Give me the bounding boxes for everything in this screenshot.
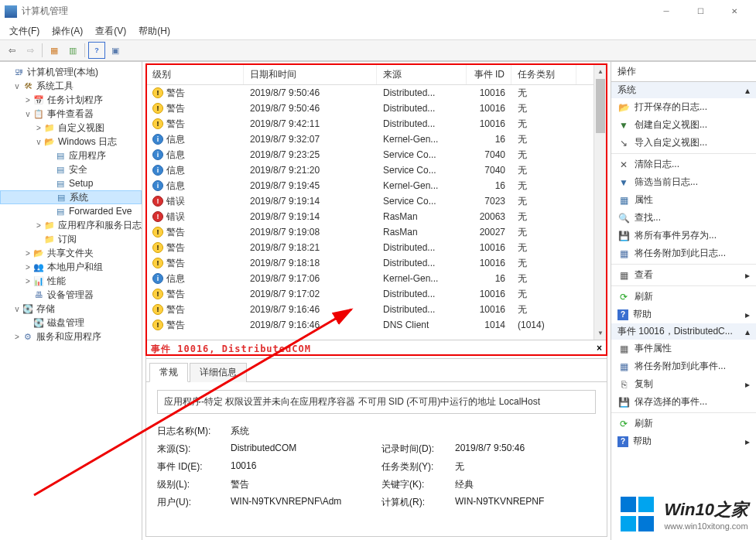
tree-item[interactable]: 🖶设备管理器 — [0, 288, 142, 302]
table-row[interactable]: 信息2019/8/7 9:32:07Kernel-Gen...16无 — [146, 132, 607, 147]
action-item[interactable]: 📂打开保存的日志... — [611, 98, 756, 116]
event-grid[interactable]: 级别 日期和时间 来源 事件 ID 任务类别 警告2019/8/7 9:50:4… — [145, 64, 607, 340]
table-row[interactable]: 信息2019/8/7 9:21:20Service Co...7040无 — [146, 162, 607, 178]
tree-item[interactable]: v💽存储 — [0, 302, 142, 316]
folder-icon: 📁 — [43, 233, 56, 245]
tree-item[interactable]: ▤应用程序 — [0, 149, 142, 162]
tree-item[interactable]: v📂Windows 日志 — [0, 135, 142, 149]
table-row[interactable]: 警告2019/8/7 9:17:02Distributed...10016无 — [146, 286, 607, 302]
action-item[interactable]: ▦属性 — [611, 191, 756, 209]
expand-icon[interactable]: > — [34, 221, 43, 230]
minimize-button[interactable]: ─ — [649, 0, 683, 23]
back-button[interactable]: ⇦ — [3, 42, 20, 59]
expand-icon[interactable]: > — [23, 277, 32, 285]
tree-item[interactable]: 🖳计算机管理(本地) — [0, 65, 142, 79]
tab-general[interactable]: 常规 — [149, 363, 188, 382]
tree-pane[interactable]: 🖳计算机管理(本地)v🛠系统工具>📅任务计划程序v📋事件查看器>📁自定义视图v📂… — [0, 62, 142, 540]
section-collapse-icon[interactable]: ▴ — [745, 326, 750, 337]
table-row[interactable]: 警告2019/8/7 9:19:08RasMan20027无 — [146, 224, 607, 240]
col-date[interactable]: 日期和时间 — [244, 65, 377, 84]
tab-detail[interactable]: 详细信息 — [190, 363, 247, 382]
tool-btn-3[interactable]: ? — [88, 42, 105, 59]
action-item[interactable]: ▦将任务附加到此日志... — [611, 244, 756, 262]
tree-item[interactable]: >⚙服务和应用程序 — [0, 330, 142, 343]
table-row[interactable]: 警告2019/8/7 9:18:21Distributed...10016无 — [146, 240, 607, 255]
table-row[interactable]: 警告2019/8/7 9:18:18Distributed...10016无 — [146, 255, 607, 271]
scroll-thumb[interactable] — [596, 79, 605, 133]
col-event-id[interactable]: 事件 ID — [467, 65, 511, 84]
expand-icon[interactable]: v — [34, 138, 43, 146]
tree-item[interactable]: 💽磁盘管理 — [0, 316, 142, 330]
tree-item[interactable]: v🛠系统工具 — [0, 79, 142, 93]
table-row[interactable]: 警告2019/8/7 9:16:46DNS Client1014(1014) — [146, 317, 607, 333]
action-item[interactable]: ▦事件属性 — [611, 340, 756, 357]
expand-icon[interactable]: v — [12, 305, 22, 313]
action-item[interactable]: ⎘复制▸ — [611, 375, 756, 393]
action-item[interactable]: 💾将所有事件另存为... — [611, 227, 756, 244]
table-row[interactable]: 信息2019/8/7 9:23:25Service Co...7040无 — [146, 147, 607, 162]
detail-close-button[interactable]: × — [597, 343, 602, 356]
col-category[interactable]: 任务类别 — [511, 65, 576, 84]
action-item[interactable]: ?帮助▸ — [611, 306, 756, 323]
tree-item[interactable]: >📁自定义视图 — [0, 121, 142, 135]
tool-btn-2[interactable]: ▥ — [64, 42, 81, 59]
menu-action[interactable]: 操作(A) — [47, 23, 87, 39]
action-item[interactable]: ▼创建自定义视图... — [611, 116, 756, 134]
col-source[interactable]: 来源 — [377, 65, 467, 84]
tree-item[interactable]: >📊性能 — [0, 274, 142, 288]
table-row[interactable]: 信息2019/8/7 9:19:45Kernel-Gen...16无 — [146, 178, 607, 193]
table-row[interactable]: 信息2019/8/7 9:17:06Kernel-Gen...16无 — [146, 271, 607, 286]
action-item[interactable]: ⟳刷新 — [611, 415, 756, 432]
col-level[interactable]: 级别 — [146, 65, 244, 84]
table-row[interactable]: 错误2019/8/7 9:19:14Service Co...7023无 — [146, 193, 607, 209]
tree-item[interactable]: 📁订阅 — [0, 232, 142, 246]
tool-btn-1[interactable]: ▦ — [46, 42, 63, 59]
tool-btn-4[interactable]: ▣ — [107, 42, 124, 59]
grid-header[interactable]: 级别 日期和时间 来源 事件 ID 任务类别 — [146, 65, 607, 85]
section-collapse-icon[interactable]: ▴ — [745, 85, 750, 96]
forward-button[interactable]: ⇨ — [22, 42, 39, 59]
tree-label: 性能 — [47, 275, 66, 288]
tree-item[interactable]: >📂共享文件夹 — [0, 246, 142, 260]
scrollbar[interactable]: ▲ ▼ — [594, 65, 607, 340]
expand-icon[interactable]: > — [12, 333, 22, 341]
expand-icon[interactable]: > — [23, 263, 32, 272]
menu-help[interactable]: 帮助(H) — [134, 23, 175, 39]
table-row[interactable]: 警告2019/8/7 9:50:46Distributed...10016无 — [146, 85, 607, 101]
tree-item[interactable]: >📁应用程序和服务日志 — [0, 218, 142, 232]
tree-item[interactable]: ▤安全 — [0, 162, 142, 176]
menu-view[interactable]: 查看(V) — [91, 23, 131, 39]
table-row[interactable]: 警告2019/8/7 9:42:11Distributed...10016无 — [146, 116, 607, 132]
tree-item[interactable]: ▤系统 — [0, 190, 142, 204]
maximize-button[interactable]: ☐ — [683, 0, 717, 23]
table-row[interactable]: 错误2019/8/7 9:19:14RasMan20063无 — [146, 209, 607, 224]
tree-item[interactable]: >👥本地用户和组 — [0, 260, 142, 274]
action-item[interactable]: 🔍查找... — [611, 209, 756, 227]
action-item[interactable]: ⟳刷新 — [611, 288, 756, 306]
tree-label: 自定义视图 — [58, 121, 104, 135]
action-item[interactable]: ▼筛选当前日志... — [611, 173, 756, 191]
action-item[interactable]: ↘导入自定义视图... — [611, 134, 756, 152]
expand-icon[interactable]: > — [23, 249, 32, 258]
tree-item[interactable]: v📋事件查看器 — [0, 107, 142, 121]
expand-icon[interactable]: > — [34, 124, 43, 132]
tree-item[interactable]: ▤Setup — [0, 176, 142, 190]
expand-icon[interactable]: v — [23, 110, 32, 118]
close-button[interactable]: ✕ — [717, 0, 751, 23]
action-item[interactable]: ▦将任务附加到此事件... — [611, 357, 756, 375]
action-item[interactable]: ✕清除日志... — [611, 156, 756, 173]
tree-item[interactable]: ▤Forwarded Eve — [0, 204, 142, 218]
tree-item[interactable]: >📅任务计划程序 — [0, 93, 142, 107]
table-row[interactable]: 警告2019/8/7 9:16:46Distributed...10016无 — [146, 302, 607, 317]
scroll-up-button[interactable]: ▲ — [594, 65, 607, 78]
scroll-down-button[interactable]: ▼ — [594, 326, 607, 340]
expand-icon[interactable]: > — [23, 96, 32, 104]
menu-file[interactable]: 文件(F) — [5, 23, 44, 39]
action-item[interactable]: ▦查看▸ — [611, 266, 756, 284]
expand-icon[interactable]: v — [12, 82, 22, 91]
folder-icon: 📁 — [43, 219, 56, 231]
action-item[interactable]: 💾保存选择的事件... — [611, 393, 756, 411]
action-item[interactable]: ?帮助▸ — [611, 432, 756, 450]
detail-message: 应用程序-特定 权限设置并未向在应用程序容器 不可用 SID (不可用)中运行的… — [157, 390, 596, 414]
table-row[interactable]: 警告2019/8/7 9:50:46Distributed...10016无 — [146, 101, 607, 116]
